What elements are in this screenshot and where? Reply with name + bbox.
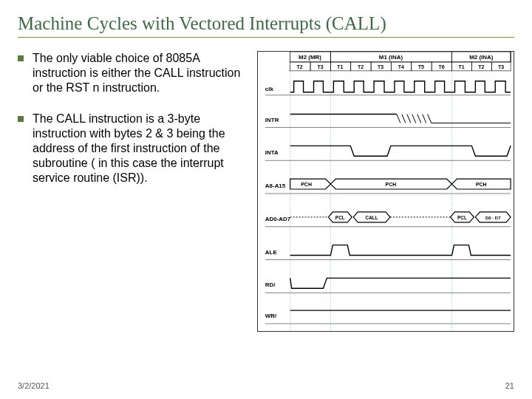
footer-date: 3/2/2021 xyxy=(18,381,50,390)
title-text: Machine Cycles with Vectored Interrupts … xyxy=(18,13,386,33)
slide-title: Machine Cycles with Vectored Interrupts … xyxy=(18,13,514,38)
svg-text:T3: T3 xyxy=(378,64,383,69)
signal-label: RD/ xyxy=(265,282,276,288)
timing-diagram: M2 (MR) M1 (INA) M2 (INA) T2 T3 T1 T2 xyxy=(257,51,514,332)
signal-label: A8-A15 xyxy=(265,183,286,189)
svg-text:T3: T3 xyxy=(317,64,323,69)
square-bullet-icon xyxy=(18,116,24,122)
svg-text:T1: T1 xyxy=(458,64,464,69)
bus-label: PCH xyxy=(301,182,312,187)
bus-label: PCH xyxy=(386,182,397,187)
list-item: The only viable choice of 8085A instruct… xyxy=(18,51,247,95)
signal-label: clk xyxy=(265,86,274,92)
svg-text:T2: T2 xyxy=(478,64,484,69)
cycle-label: M1 (INA) xyxy=(379,54,403,61)
content-area: The only viable choice of 8085A instruct… xyxy=(18,51,514,332)
bullet-list: The only viable choice of 8085A instruct… xyxy=(18,51,247,332)
square-bullet-icon xyxy=(18,55,24,61)
svg-text:T3: T3 xyxy=(498,64,504,69)
bullet-text: The CALL instruction is a 3-byte instruc… xyxy=(33,112,247,185)
timing-svg: M2 (MR) M1 (INA) M2 (INA) T2 T3 T1 T2 xyxy=(258,52,514,331)
svg-text:T6: T6 xyxy=(439,64,445,69)
svg-text:T5: T5 xyxy=(418,64,424,69)
list-item: The CALL instruction is a 3-byte instruc… xyxy=(18,112,247,185)
bus-label: PCH xyxy=(476,182,487,187)
signal-label: INTA xyxy=(265,149,279,156)
footer: 3/2/2021 21 xyxy=(18,381,514,390)
bus-label: PCL xyxy=(457,215,467,220)
signal-label: AD0-AD7 xyxy=(265,216,291,222)
svg-text:T2: T2 xyxy=(297,64,303,69)
svg-text:T2: T2 xyxy=(358,64,364,69)
bus-label: CALL xyxy=(365,215,378,220)
signal-label: ALE xyxy=(265,249,277,256)
footer-page: 21 xyxy=(505,381,514,390)
signal-label: WR/ xyxy=(265,313,277,319)
bus-label: D0 - D7 xyxy=(485,216,501,220)
bus-label: PCL xyxy=(335,215,345,220)
svg-text:T4: T4 xyxy=(398,64,404,69)
tstate-row: T2 T3 T1 T2 T3 T4 T5 T6 T1 T2 T3 xyxy=(290,62,511,71)
signal-label: INTR xyxy=(265,117,279,123)
cycle-label: M2 (MR) xyxy=(299,54,321,61)
svg-text:T1: T1 xyxy=(337,64,343,69)
bullet-text: The only viable choice of 8085A instruct… xyxy=(33,51,247,95)
cycle-label: M2 (INA) xyxy=(469,54,494,61)
